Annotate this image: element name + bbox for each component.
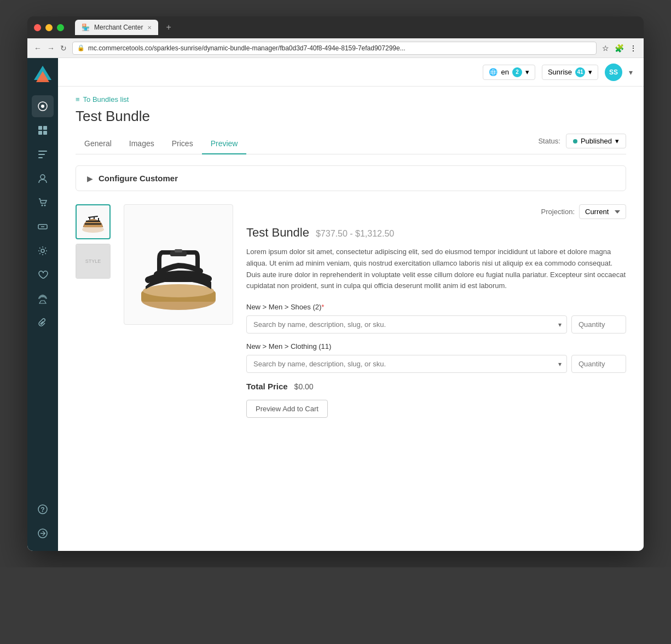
- product-description: Lorem ipsum dolor sit amet, consectetur …: [246, 246, 626, 292]
- sidebar-item-launch[interactable]: [32, 288, 54, 310]
- user-avatar[interactable]: SS: [605, 64, 622, 81]
- category-shoes-label: New > Men > Shoes (2)*: [246, 303, 626, 311]
- sidebar-item-customers[interactable]: [32, 168, 54, 189]
- sandal-main-image: [132, 210, 225, 319]
- status-chevron-icon: ▾: [615, 137, 619, 145]
- sidebar-logo: [33, 65, 53, 84]
- sidebar-item-orders[interactable]: [32, 192, 54, 214]
- tab-images[interactable]: Images: [120, 134, 163, 154]
- clothing-search-wrapper: ▾: [246, 355, 567, 373]
- tab-preview[interactable]: Preview: [202, 134, 247, 154]
- svg-rect-8: [38, 151, 47, 152]
- status-label: Status:: [538, 137, 560, 145]
- globe-icon: 🌐: [489, 68, 498, 76]
- browser-window: 🏪 Merchant Center ✕ + ← → ↻ 🔒 mc.commerc…: [27, 16, 644, 551]
- browser-tab[interactable]: 🏪 Merchant Center ✕: [75, 20, 158, 35]
- product-name: Test Bundle: [246, 226, 309, 240]
- status-value: Published: [581, 137, 612, 145]
- sidebar-item-settings[interactable]: [32, 240, 54, 262]
- product-price: $737.50 - $1,312.50: [316, 229, 394, 239]
- sidebar-item-products[interactable]: [32, 119, 54, 141]
- thumbnail-placeholder[interactable]: STYLE: [76, 244, 111, 279]
- back-nav-button[interactable]: ←: [34, 44, 42, 53]
- configure-chevron-icon: ▶: [87, 174, 93, 183]
- bundle-preview: STYLE: [76, 204, 626, 418]
- svg-rect-10: [38, 157, 43, 158]
- clothing-search-input[interactable]: [246, 355, 567, 373]
- app-wrapper: ? 🌐 en 2 ▾ Sunrise 41: [27, 58, 644, 551]
- close-button[interactable]: [34, 24, 41, 31]
- shoes-search-input[interactable]: [246, 315, 567, 334]
- placeholder-icon: STYLE: [77, 245, 109, 278]
- projection-label: Projection:: [541, 208, 575, 216]
- svg-point-12: [42, 205, 43, 206]
- shoes-quantity-input[interactable]: [571, 315, 626, 334]
- thumbnail-sandal[interactable]: [76, 204, 111, 239]
- project-selector[interactable]: Sunrise 41 ▾: [542, 65, 598, 80]
- tab-close-icon[interactable]: ✕: [147, 25, 152, 31]
- status-badge[interactable]: Published ▾: [566, 134, 626, 148]
- sidebar-item-wishlist[interactable]: [32, 264, 54, 286]
- main-product-image: [124, 204, 233, 325]
- svg-rect-6: [38, 131, 42, 135]
- sidebar-item-attachments[interactable]: [32, 312, 54, 334]
- total-value: $0.00: [294, 382, 314, 391]
- project-badge: 41: [575, 67, 585, 77]
- user-initials: SS: [609, 68, 618, 76]
- svg-rect-5: [43, 126, 47, 130]
- lang-badge: 2: [512, 67, 522, 77]
- forward-nav-button[interactable]: →: [47, 44, 55, 53]
- category-clothing-label: New > Men > Clothing (11): [246, 342, 626, 350]
- url-bar[interactable]: 🔒 mc.commercetools.co/sparkles-sunrise/d…: [72, 42, 597, 55]
- clothing-quantity-input[interactable]: [571, 355, 626, 373]
- bookmark-icon[interactable]: ☆: [602, 44, 609, 53]
- lock-icon: 🔒: [77, 44, 85, 51]
- project-name: Sunrise: [548, 68, 572, 76]
- configure-label: Configure Customer: [99, 174, 178, 183]
- sidebar-item-categories[interactable]: [32, 143, 54, 165]
- preview-add-to-cart-button[interactable]: Preview Add to Cart: [246, 400, 328, 418]
- back-link[interactable]: ≡ To Bundles list: [76, 95, 626, 104]
- svg-point-22: [143, 284, 214, 297]
- shoes-search-wrapper: ▾: [246, 315, 567, 334]
- total-label: Total Price: [246, 382, 288, 391]
- user-menu-chevron-icon[interactable]: ▾: [629, 68, 633, 77]
- status-section: Status: Published ▾: [538, 134, 626, 154]
- language-selector[interactable]: 🌐 en 2 ▾: [483, 65, 535, 80]
- tab-title: Merchant Center: [94, 24, 143, 31]
- sidebar-item-discounts[interactable]: [32, 216, 54, 238]
- projection-row: Projection: Current: [246, 204, 626, 219]
- list-icon: ≡: [76, 95, 80, 104]
- menu-icon[interactable]: ⋮: [629, 44, 637, 53]
- url-text: mc.commercetools.co/sparkles-sunrise/dyn…: [88, 44, 406, 52]
- tabs-row: General Images Prices Preview Status:: [76, 134, 626, 154]
- reload-button[interactable]: ↻: [60, 44, 67, 53]
- svg-rect-9: [38, 154, 45, 155]
- minimize-button[interactable]: [45, 24, 53, 31]
- extension-icon[interactable]: 🧩: [615, 44, 624, 53]
- projection-select[interactable]: Current: [579, 204, 626, 219]
- total-price-row: Total Price $0.00: [246, 382, 626, 391]
- sidebar-bottom: ?: [32, 498, 54, 544]
- tab-general[interactable]: General: [76, 134, 120, 154]
- topbar: 🌐 en 2 ▾ Sunrise 41 ▾ SS ▾: [58, 58, 644, 87]
- maximize-button[interactable]: [57, 24, 64, 31]
- sidebar-item-help[interactable]: ?: [32, 498, 54, 520]
- required-mark: *: [321, 303, 324, 311]
- new-tab-button[interactable]: +: [166, 22, 171, 32]
- tab-prices[interactable]: Prices: [163, 134, 202, 154]
- svg-rect-4: [38, 126, 42, 130]
- svg-rect-7: [43, 131, 47, 135]
- svg-point-15: [41, 249, 44, 252]
- category-clothing: New > Men > Clothing (11) ▾: [246, 342, 626, 373]
- svg-point-11: [41, 175, 45, 179]
- configure-customer-section[interactable]: ▶ Configure Customer: [76, 165, 626, 191]
- svg-point-13: [44, 205, 46, 206]
- clothing-input-row: ▾: [246, 355, 626, 373]
- shoes-input-row: ▾: [246, 315, 626, 334]
- svg-rect-24: [175, 249, 182, 252]
- sidebar-item-navigate[interactable]: [32, 522, 54, 544]
- sandal-thumbnail-icon: [79, 208, 107, 236]
- sidebar-item-dashboard[interactable]: [32, 95, 54, 117]
- main-content: 🌐 en 2 ▾ Sunrise 41 ▾ SS ▾: [58, 58, 644, 551]
